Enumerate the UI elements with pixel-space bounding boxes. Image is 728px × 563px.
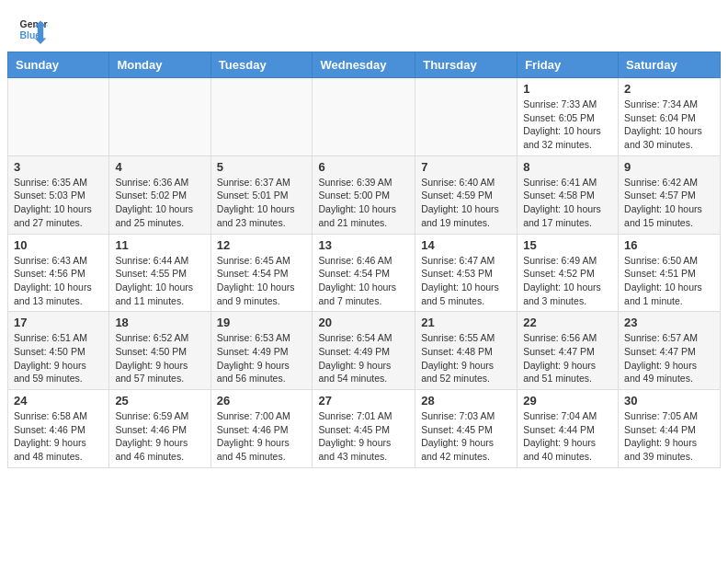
weekday-sunday: Sunday: [8, 52, 109, 78]
day-info: Sunrise: 6:53 AM Sunset: 4:49 PM Dayligh…: [217, 331, 307, 385]
day-info: Sunrise: 7:34 AM Sunset: 6:04 PM Dayligh…: [624, 98, 714, 152]
day-number: 12: [217, 238, 307, 252]
calendar-cell: 19Sunrise: 6:53 AM Sunset: 4:49 PM Dayli…: [210, 312, 313, 390]
day-info: Sunrise: 6:47 AM Sunset: 4:53 PM Dayligh…: [421, 254, 511, 308]
day-info: Sunrise: 7:00 AM Sunset: 4:46 PM Dayligh…: [217, 409, 307, 464]
day-number: 17: [14, 316, 103, 329]
day-number: 28: [421, 394, 511, 408]
day-number: 23: [624, 316, 714, 329]
day-number: 9: [624, 160, 714, 174]
weekday-saturday: Saturday: [619, 52, 721, 78]
calendar-cell: 28Sunrise: 7:03 AM Sunset: 4:45 PM Dayli…: [415, 390, 518, 468]
calendar-cell: [109, 78, 210, 156]
day-info: Sunrise: 6:43 AM Sunset: 4:56 PM Dayligh…: [14, 254, 103, 308]
day-info: Sunrise: 6:56 AM Sunset: 4:47 PM Dayligh…: [523, 331, 612, 385]
day-info: Sunrise: 6:45 AM Sunset: 4:54 PM Dayligh…: [217, 254, 307, 308]
day-number: 7: [421, 160, 511, 174]
weekday-monday: Monday: [109, 52, 210, 78]
day-info: Sunrise: 7:05 AM Sunset: 4:44 PM Dayligh…: [624, 409, 714, 464]
day-info: Sunrise: 6:50 AM Sunset: 4:51 PM Dayligh…: [624, 254, 714, 308]
calendar-cell: 29Sunrise: 7:04 AM Sunset: 4:44 PM Dayli…: [518, 390, 619, 468]
day-number: 22: [523, 316, 612, 329]
calendar-cell: 8Sunrise: 6:41 AM Sunset: 4:58 PM Daylig…: [518, 155, 619, 234]
day-number: 27: [318, 394, 409, 408]
day-info: Sunrise: 6:41 AM Sunset: 4:58 PM Dayligh…: [523, 176, 612, 230]
calendar-table: SundayMondayTuesdayWednesdayThursdayFrid…: [7, 52, 721, 468]
day-number: 5: [217, 160, 307, 174]
calendar-cell: 6Sunrise: 6:39 AM Sunset: 5:00 PM Daylig…: [313, 155, 415, 234]
calendar-cell: 22Sunrise: 6:56 AM Sunset: 4:47 PM Dayli…: [518, 312, 619, 390]
calendar-cell: 16Sunrise: 6:50 AM Sunset: 4:51 PM Dayli…: [619, 234, 721, 312]
calendar-cell: 3Sunrise: 6:35 AM Sunset: 5:03 PM Daylig…: [8, 155, 109, 234]
calendar-cell: [415, 78, 518, 156]
logo: General Blue: [18, 15, 51, 44]
day-info: Sunrise: 6:54 AM Sunset: 4:49 PM Dayligh…: [318, 331, 409, 385]
day-info: Sunrise: 6:36 AM Sunset: 5:02 PM Dayligh…: [115, 176, 204, 230]
day-number: 21: [421, 316, 511, 329]
week-row-4: 17Sunrise: 6:51 AM Sunset: 4:50 PM Dayli…: [8, 312, 721, 390]
day-number: 20: [318, 316, 409, 329]
day-number: 14: [421, 238, 511, 252]
day-info: Sunrise: 6:35 AM Sunset: 5:03 PM Dayligh…: [14, 176, 103, 230]
day-number: 11: [115, 238, 204, 252]
day-info: Sunrise: 6:37 AM Sunset: 5:01 PM Dayligh…: [217, 176, 307, 230]
day-info: Sunrise: 6:42 AM Sunset: 4:57 PM Dayligh…: [624, 176, 714, 230]
calendar-cell: 13Sunrise: 6:46 AM Sunset: 4:54 PM Dayli…: [313, 234, 415, 312]
calendar-cell: 9Sunrise: 6:42 AM Sunset: 4:57 PM Daylig…: [619, 155, 721, 234]
day-info: Sunrise: 6:51 AM Sunset: 4:50 PM Dayligh…: [14, 331, 103, 385]
weekday-header-row: SundayMondayTuesdayWednesdayThursdayFrid…: [8, 52, 721, 78]
day-info: Sunrise: 6:59 AM Sunset: 4:46 PM Dayligh…: [115, 409, 204, 464]
calendar-cell: 7Sunrise: 6:40 AM Sunset: 4:59 PM Daylig…: [415, 155, 518, 234]
day-number: 29: [523, 394, 612, 408]
week-row-2: 3Sunrise: 6:35 AM Sunset: 5:03 PM Daylig…: [8, 155, 721, 234]
day-number: 3: [14, 160, 103, 174]
day-number: 18: [115, 316, 204, 329]
calendar-cell: 5Sunrise: 6:37 AM Sunset: 5:01 PM Daylig…: [210, 155, 313, 234]
calendar-cell: 26Sunrise: 7:00 AM Sunset: 4:46 PM Dayli…: [210, 390, 313, 468]
calendar-cell: 14Sunrise: 6:47 AM Sunset: 4:53 PM Dayli…: [415, 234, 518, 312]
calendar-cell: 4Sunrise: 6:36 AM Sunset: 5:02 PM Daylig…: [109, 155, 210, 234]
day-number: 1: [523, 82, 612, 96]
calendar-cell: 30Sunrise: 7:05 AM Sunset: 4:44 PM Dayli…: [619, 390, 721, 468]
day-info: Sunrise: 7:03 AM Sunset: 4:45 PM Dayligh…: [421, 409, 511, 464]
calendar-cell: 27Sunrise: 7:01 AM Sunset: 4:45 PM Dayli…: [313, 390, 415, 468]
calendar-cell: 10Sunrise: 6:43 AM Sunset: 4:56 PM Dayli…: [8, 234, 109, 312]
calendar-cell: 15Sunrise: 6:49 AM Sunset: 4:52 PM Dayli…: [518, 234, 619, 312]
day-info: Sunrise: 6:55 AM Sunset: 4:48 PM Dayligh…: [421, 331, 511, 385]
day-number: 26: [217, 394, 307, 408]
day-info: Sunrise: 6:39 AM Sunset: 5:00 PM Dayligh…: [318, 176, 409, 230]
day-number: 30: [624, 394, 714, 408]
day-number: 8: [523, 160, 612, 174]
day-info: Sunrise: 6:49 AM Sunset: 4:52 PM Dayligh…: [523, 254, 612, 308]
day-info: Sunrise: 7:01 AM Sunset: 4:45 PM Dayligh…: [318, 409, 409, 464]
day-info: Sunrise: 7:33 AM Sunset: 6:05 PM Dayligh…: [523, 98, 612, 152]
calendar-cell: 12Sunrise: 6:45 AM Sunset: 4:54 PM Dayli…: [210, 234, 313, 312]
calendar-cell: 25Sunrise: 6:59 AM Sunset: 4:46 PM Dayli…: [109, 390, 210, 468]
calendar-cell: 21Sunrise: 6:55 AM Sunset: 4:48 PM Dayli…: [415, 312, 518, 390]
day-info: Sunrise: 6:40 AM Sunset: 4:59 PM Dayligh…: [421, 176, 511, 230]
calendar-cell: 2Sunrise: 7:34 AM Sunset: 6:04 PM Daylig…: [619, 78, 721, 156]
calendar-cell: 23Sunrise: 6:57 AM Sunset: 4:47 PM Dayli…: [619, 312, 721, 390]
calendar-body: 1Sunrise: 7:33 AM Sunset: 6:05 PM Daylig…: [8, 78, 721, 468]
day-number: 10: [14, 238, 103, 252]
calendar-cell: [8, 78, 109, 156]
calendar-cell: 18Sunrise: 6:52 AM Sunset: 4:50 PM Dayli…: [109, 312, 210, 390]
calendar-cell: 24Sunrise: 6:58 AM Sunset: 4:46 PM Dayli…: [8, 390, 109, 468]
weekday-tuesday: Tuesday: [210, 52, 313, 78]
day-info: Sunrise: 6:44 AM Sunset: 4:55 PM Dayligh…: [115, 254, 204, 308]
day-info: Sunrise: 7:04 AM Sunset: 4:44 PM Dayligh…: [523, 409, 612, 464]
calendar-cell: 17Sunrise: 6:51 AM Sunset: 4:50 PM Dayli…: [8, 312, 109, 390]
calendar-cell: [313, 78, 415, 156]
day-number: 4: [115, 160, 204, 174]
page-header: General Blue: [0, 0, 728, 52]
day-number: 2: [624, 82, 714, 96]
week-row-1: 1Sunrise: 7:33 AM Sunset: 6:05 PM Daylig…: [8, 78, 721, 156]
day-info: Sunrise: 6:46 AM Sunset: 4:54 PM Dayligh…: [318, 254, 409, 308]
day-number: 24: [14, 394, 103, 408]
logo-icon: General Blue: [18, 15, 48, 44]
week-row-5: 24Sunrise: 6:58 AM Sunset: 4:46 PM Dayli…: [8, 390, 721, 468]
calendar-cell: 11Sunrise: 6:44 AM Sunset: 4:55 PM Dayli…: [109, 234, 210, 312]
calendar-cell: 20Sunrise: 6:54 AM Sunset: 4:49 PM Dayli…: [313, 312, 415, 390]
day-number: 16: [624, 238, 714, 252]
day-number: 15: [523, 238, 612, 252]
